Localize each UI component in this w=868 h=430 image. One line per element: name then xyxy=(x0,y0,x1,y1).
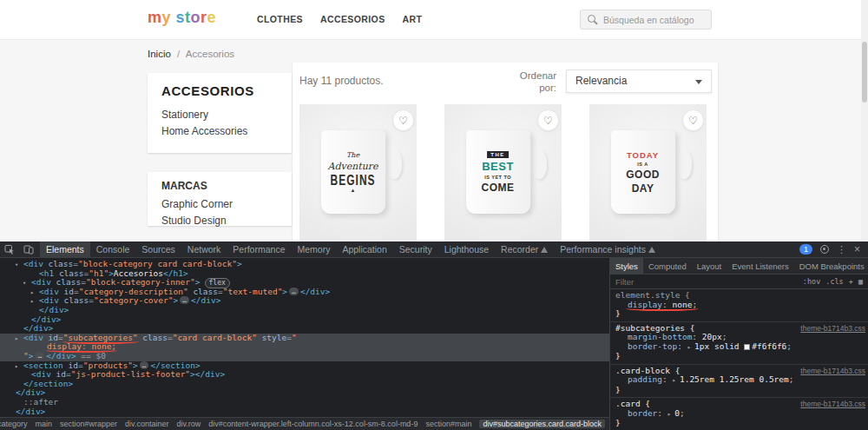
expand-shorthand-icon[interactable]: ▸ xyxy=(687,344,694,351)
css-selector[interactable]: .card-block xyxy=(615,366,670,375)
dom-tree-line[interactable]: </div> xyxy=(0,306,609,315)
hidden-children-ellipsis[interactable]: … xyxy=(140,361,149,369)
device-toolbar-icon[interactable] xyxy=(19,241,38,258)
code-token: > xyxy=(237,260,242,268)
dom-crumb[interactable]: main xyxy=(36,420,53,428)
nav-link-clothes[interactable]: CLOTHES xyxy=(257,14,303,24)
dom-crumb[interactable]: section#wrapper xyxy=(60,420,117,428)
hidden-children-ellipsis[interactable]: … xyxy=(180,296,189,304)
tab-performance-insights[interactable]: Performance insights xyxy=(554,241,661,258)
hidden-children-ellipsis[interactable]: … xyxy=(35,352,44,360)
tab-lighthouse[interactable]: Lighthouse xyxy=(438,241,495,258)
styles-toggle-cls[interactable]: .cls xyxy=(825,277,843,286)
wishlist-heart-icon[interactable]: ♡ xyxy=(537,109,559,131)
css-declaration: padding: ▸ 1.25rem 1.25rem 0.5rem; xyxy=(628,374,794,384)
nav-link-art[interactable]: ART xyxy=(403,14,423,24)
breadcrumb-home-link[interactable]: Inicio xyxy=(148,49,171,59)
scrollbar-thumb[interactable] xyxy=(862,42,867,103)
product-card[interactable]: TODAYIS AGOODDAY♡ xyxy=(589,104,707,241)
mug-body: THEBESTIS YET TOCOME xyxy=(466,130,530,214)
wishlist-heart-icon[interactable]: ♡ xyxy=(392,109,414,131)
tab-application[interactable]: Application xyxy=(336,241,392,258)
dom-tree-line[interactable]: </section> xyxy=(0,380,609,389)
dom-tree-line[interactable]: display: none; xyxy=(0,342,609,352)
styles-toggle-[interactable]: + xyxy=(849,277,853,286)
css-rule: element.style {display: none;} xyxy=(610,289,868,322)
stylesheet-link[interactable]: theme-b1714b3.css xyxy=(800,367,865,375)
dropdown-caret-icon xyxy=(695,80,702,84)
dom-crumb[interactable]: section#main xyxy=(425,420,471,428)
search-input[interactable]: Búsqueda en catálogo xyxy=(580,10,712,30)
category-link[interactable]: Stationery xyxy=(161,109,278,121)
dom-crumb[interactable]: div#content-wrapper.left-column.col-xs-1… xyxy=(208,420,418,428)
css-property[interactable]: display: none; xyxy=(615,301,866,310)
stylesheet-link[interactable]: theme-b1714b3.css xyxy=(800,324,865,333)
css-selector[interactable]: #subcategories xyxy=(615,323,685,333)
css-selector[interactable]: element.style xyxy=(615,290,680,300)
hidden-children-ellipsis[interactable]: … xyxy=(289,288,299,295)
issues-count-badge[interactable]: 1 xyxy=(799,244,812,255)
dom-crumb[interactable]: div.row xyxy=(176,420,201,428)
sidebar-tab-styles[interactable]: Styles xyxy=(610,258,643,275)
css-property[interactable]: border-top: ▸ 1px solid #f6f6f6; xyxy=(615,342,866,353)
tab-network[interactable]: Network xyxy=(181,241,227,258)
css-property[interactable]: padding: ▸ 1.25rem 1.25rem 0.5rem; xyxy=(615,375,866,386)
brand-link[interactable]: Graphic Corner xyxy=(161,198,278,210)
tab-label: Security xyxy=(399,241,432,258)
expand-shorthand-icon[interactable]: ▸ xyxy=(667,411,674,418)
tree-caret-icon[interactable]: ▸ xyxy=(15,334,23,344)
nav-link-accesorios[interactable]: ACCESORIOS xyxy=(320,14,385,24)
dom-tree-line[interactable]: ▸<div class="category-cover">…</div> xyxy=(0,296,609,306)
category-link[interactable]: Home Accessories xyxy=(161,125,278,137)
tab-memory[interactable]: Memory xyxy=(291,241,336,258)
tab-sources[interactable]: Sources xyxy=(135,241,181,258)
more-options-icon[interactable]: ⋮ xyxy=(837,245,846,255)
inspect-element-icon[interactable] xyxy=(0,241,19,258)
styles-panel: StylesComputedLayoutEvent ListenersDOM B… xyxy=(610,258,868,430)
code-token: " xyxy=(292,333,297,342)
dom-tree-line[interactable]: </div> xyxy=(0,407,609,417)
settings-gear-icon[interactable] xyxy=(820,245,829,254)
store-logo[interactable]: my store xyxy=(148,9,216,27)
dom-crumb[interactable]: div#subcategories.card.card-block xyxy=(479,420,605,428)
dom-tree-line[interactable]: ::after xyxy=(0,398,609,407)
sidebar-tab-computed[interactable]: Computed xyxy=(643,258,692,275)
styles-toggle-[interactable]: ▦ xyxy=(858,277,863,286)
sidebar-tab-event-listeners[interactable]: Event Listeners xyxy=(727,258,793,275)
styles-rules: element.style {display: none;}theme-b171… xyxy=(610,289,868,430)
product-card[interactable]: THEBESTIS YET TOCOME♡ xyxy=(444,104,562,241)
sidebar-tab-layout[interactable]: Layout xyxy=(692,258,727,275)
code-token: class xyxy=(49,260,74,268)
brand-link[interactable]: Studio Design xyxy=(161,215,278,227)
product-card[interactable]: TheAdventureBEGINS▲♡ xyxy=(299,104,417,241)
tree-caret-icon[interactable]: ▾ xyxy=(15,261,23,270)
stylesheet-link[interactable]: theme-b1714b3.css xyxy=(800,400,865,408)
css-selector[interactable]: .card xyxy=(615,399,641,408)
code-token: </div> xyxy=(300,287,330,296)
tab-security[interactable]: Security xyxy=(393,241,438,258)
category-title[interactable]: ACCESORIOS xyxy=(161,83,278,98)
browser-page: my store CLOTHESACCESORIOSART Búsqueda e… xyxy=(0,0,868,241)
close-devtools-icon[interactable]: × xyxy=(854,244,860,255)
tab-elements[interactable]: Elements xyxy=(40,241,90,258)
dom-tree-line[interactable]: <div id="js-product-list-footer"></div> xyxy=(0,370,609,380)
dom-crumb[interactable]: div.container xyxy=(125,420,168,428)
styles-toggle-hov[interactable]: :hov xyxy=(803,277,820,286)
sort-dropdown[interactable]: Relevancia xyxy=(566,69,712,93)
color-swatch[interactable] xyxy=(744,344,750,350)
css-property[interactable]: border: ▸ 0; xyxy=(615,409,866,420)
brands-sidebar-card: MARCAS Graphic CornerStudio Design xyxy=(148,172,292,226)
tab-label: Network xyxy=(187,241,221,258)
expand-shorthand-icon[interactable]: ▸ xyxy=(673,377,680,384)
tab-console[interactable]: Console xyxy=(90,241,136,258)
styles-filter-input[interactable]: Filter xyxy=(615,277,798,287)
wishlist-heart-icon[interactable]: ♡ xyxy=(682,109,704,131)
dom-tree-line[interactable]: </div> xyxy=(0,315,609,325)
sidebar-tab-dom-breakpoints[interactable]: DOM Breakpoints xyxy=(794,258,868,275)
dom-crumb[interactable]: body#category xyxy=(0,420,28,428)
dom-tree-line[interactable]: </div> xyxy=(0,388,609,398)
tab-recorder[interactable]: Recorder xyxy=(495,241,554,258)
tab-performance[interactable]: Performance xyxy=(227,241,291,258)
css-declaration: border-top: ▸ 1px solid #f6f6f6; xyxy=(628,341,792,351)
page-scrollbar[interactable] xyxy=(861,0,868,241)
